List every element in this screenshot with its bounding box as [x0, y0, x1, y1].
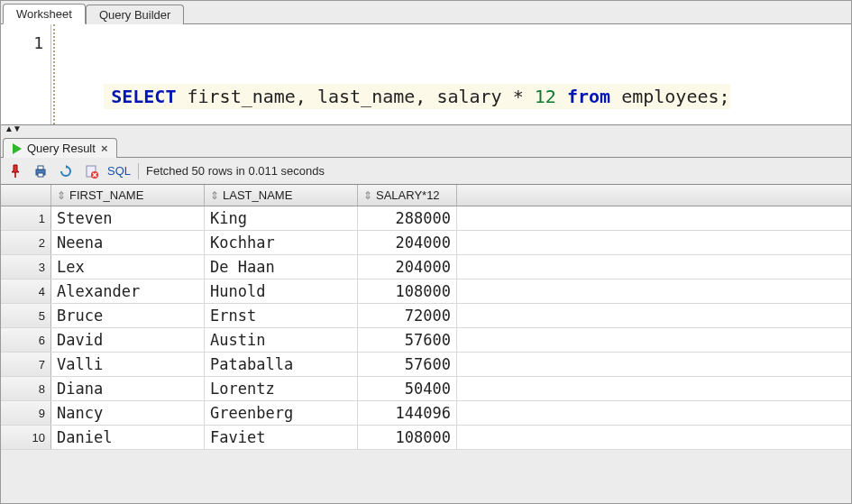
fetch-status: Fetched 50 rows in 0.011 seconds	[146, 164, 325, 178]
cell-last-name[interactable]: Ernst	[205, 304, 358, 327]
cell-salary12[interactable]: 108000	[358, 279, 457, 303]
tab-query-result[interactable]: Query Result ×	[3, 138, 117, 158]
sql-table: employees;	[610, 86, 729, 107]
cell-last-name[interactable]: Hunold	[205, 279, 358, 303]
cell-salary12[interactable]: 57600	[358, 328, 457, 352]
cell-first-name[interactable]: David	[51, 328, 205, 352]
cell-last-name[interactable]: Austin	[205, 328, 358, 352]
header-last-name[interactable]: ⇕LAST_NAME	[205, 185, 358, 206]
cell-last-name[interactable]: Pataballa	[205, 353, 358, 376]
result-grid: ⇕FIRST_NAME ⇕LAST_NAME ⇕SALARY*12 1Steve…	[1, 185, 851, 450]
header-label: SALARY*12	[376, 188, 440, 202]
header-label: FIRST_NAME	[69, 188, 143, 202]
table-row[interactable]: 10DanielFaviet108000	[1, 426, 851, 450]
sql-space	[556, 86, 567, 107]
cell-first-name[interactable]: Alexander	[51, 279, 205, 303]
cell-first-name[interactable]: Lex	[51, 255, 205, 279]
sort-icon: ⇕	[363, 190, 372, 201]
cell-first-name[interactable]: Bruce	[51, 304, 205, 327]
cell-salary12[interactable]: 57600	[358, 353, 457, 376]
cell-salary12[interactable]: 144096	[358, 401, 457, 425]
cell-last-name[interactable]: King	[205, 206, 358, 230]
svg-rect-3	[38, 173, 43, 177]
row-number: 7	[1, 353, 51, 376]
table-row[interactable]: 3LexDe Haan204000	[1, 255, 851, 279]
cell-salary12[interactable]: 288000	[358, 206, 457, 230]
cell-first-name[interactable]: Steven	[51, 206, 205, 230]
cell-first-name[interactable]: Neena	[51, 231, 205, 254]
cell-last-name[interactable]: Faviet	[205, 426, 358, 449]
literal-12: 12	[535, 86, 556, 107]
header-rownum[interactable]	[1, 185, 51, 206]
cell-salary12[interactable]: 204000	[358, 231, 457, 254]
cell-first-name[interactable]: Diana	[51, 377, 205, 400]
print-icon[interactable]	[32, 162, 50, 180]
grid-header: ⇕FIRST_NAME ⇕LAST_NAME ⇕SALARY*12	[1, 185, 851, 206]
refresh-icon[interactable]	[57, 162, 75, 180]
play-icon	[13, 143, 22, 154]
cell-salary12[interactable]: 72000	[358, 304, 457, 327]
row-number: 9	[1, 401, 51, 425]
table-row[interactable]: 1StevenKing288000	[1, 206, 851, 231]
svg-rect-2	[38, 166, 43, 170]
result-tab-bar: Query Result ×	[1, 133, 851, 158]
tab-query-builder[interactable]: Query Builder	[86, 5, 184, 24]
sort-icon: ⇕	[57, 190, 66, 201]
table-row[interactable]: 2NeenaKochhar204000	[1, 231, 851, 255]
cell-salary12[interactable]: 50400	[358, 377, 457, 400]
row-number: 6	[1, 328, 51, 352]
row-number: 3	[1, 255, 51, 279]
cell-salary12[interactable]: 204000	[358, 255, 457, 279]
row-number: 1	[1, 206, 51, 230]
cell-first-name[interactable]: Nancy	[51, 401, 205, 425]
sql-editor: 1 SELECT first_name, last_name, salary *…	[1, 24, 851, 125]
toolbar-separator	[138, 163, 139, 179]
grid-body: 1StevenKing2880002NeenaKochhar2040003Lex…	[1, 206, 851, 450]
splitter[interactable]: ▲▼	[1, 125, 851, 133]
tab-worksheet[interactable]: Worksheet	[3, 4, 86, 24]
editor-tab-bar: Worksheet Query Builder	[1, 1, 851, 24]
code-margin	[53, 24, 55, 124]
sql-statement: SELECT first_name, last_name, salary * 1…	[104, 84, 729, 109]
cell-salary12[interactable]: 108000	[358, 426, 457, 449]
row-number: 2	[1, 231, 51, 254]
line-number: 1	[1, 33, 43, 52]
delete-icon[interactable]	[82, 162, 100, 180]
cell-first-name[interactable]: Valli	[51, 353, 205, 376]
table-row[interactable]: 4AlexanderHunold108000	[1, 279, 851, 304]
table-row[interactable]: 5BruceErnst72000	[1, 304, 851, 328]
pin-icon[interactable]	[6, 162, 24, 180]
row-number: 10	[1, 426, 51, 449]
row-number: 5	[1, 304, 51, 327]
kw-select: SELECT	[111, 86, 176, 107]
kw-from: from	[567, 86, 610, 107]
table-row[interactable]: 8DianaLorentz50400	[1, 377, 851, 401]
sql-columns: first_name, last_name, salary *	[176, 86, 534, 107]
editor-gutter: 1	[1, 24, 51, 124]
close-icon[interactable]: ×	[101, 142, 108, 155]
cell-first-name[interactable]: Daniel	[51, 426, 205, 449]
result-toolbar: SQL Fetched 50 rows in 0.011 seconds	[1, 158, 851, 185]
header-label: LAST_NAME	[223, 188, 292, 202]
cell-last-name[interactable]: Kochhar	[205, 231, 358, 254]
table-row[interactable]: 9NancyGreenberg144096	[1, 401, 851, 426]
cell-last-name[interactable]: Greenberg	[205, 401, 358, 425]
sql-link[interactable]: SQL	[107, 164, 131, 178]
code-area[interactable]: SELECT first_name, last_name, salary * 1…	[51, 24, 851, 124]
table-row[interactable]: 7ValliPataballa57600	[1, 353, 851, 377]
cell-last-name[interactable]: De Haan	[205, 255, 358, 279]
header-salary12[interactable]: ⇕SALARY*12	[358, 185, 457, 206]
row-number: 8	[1, 377, 51, 400]
row-number: 4	[1, 279, 51, 303]
result-tab-label: Query Result	[27, 142, 96, 155]
table-row[interactable]: 6DavidAustin57600	[1, 328, 851, 353]
sort-icon: ⇕	[210, 190, 219, 201]
header-first-name[interactable]: ⇕FIRST_NAME	[51, 185, 205, 206]
cell-last-name[interactable]: Lorentz	[205, 377, 358, 400]
